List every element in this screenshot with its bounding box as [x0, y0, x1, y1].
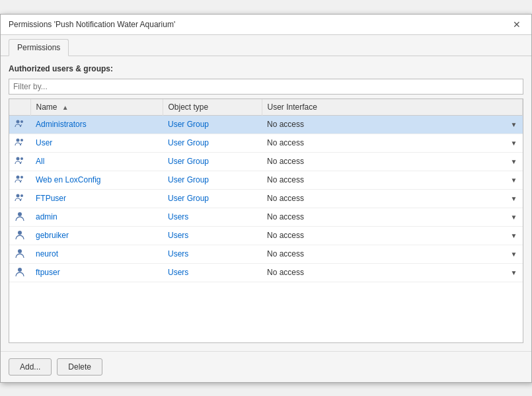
row-name: FTPuser: [36, 194, 66, 203]
svg-point-7: [20, 176, 23, 178]
row-name: ftpuser: [36, 268, 60, 277]
row-type: User Group: [168, 175, 209, 184]
row-type-cell: Users: [163, 208, 262, 226]
row-type: User Group: [168, 157, 209, 166]
tab-permissions[interactable]: Permissions: [9, 39, 69, 56]
sort-arrow-name: ▲: [62, 104, 69, 111]
add-button[interactable]: Add...: [9, 358, 52, 376]
col-user-interface: User Interface: [262, 99, 523, 116]
row-access-cell[interactable]: No access ▼: [262, 189, 523, 208]
row-access-cell[interactable]: No access ▼: [262, 208, 523, 226]
row-type-cell: User Group: [163, 152, 262, 171]
access-dropdown-arrow[interactable]: ▼: [511, 214, 517, 221]
row-name-cell: Administrators: [30, 115, 163, 134]
permissions-table-container: Name ▲ Object type User Interface: [9, 99, 523, 343]
table-row[interactable]: FTPuser User Group No access ▼: [9, 189, 523, 208]
row-access-cell[interactable]: No access ▼: [262, 171, 523, 189]
row-access-value: No access: [267, 157, 304, 166]
svg-point-12: [18, 249, 22, 253]
table-row[interactable]: Web en LoxConfig User Group No access ▼: [9, 171, 523, 189]
row-name-cell: FTPuser: [30, 189, 163, 208]
row-name-cell: User: [30, 134, 163, 152]
row-icon-cell: [9, 208, 30, 226]
group-icon: [15, 196, 25, 205]
filter-input[interactable]: [9, 79, 523, 95]
row-access-cell[interactable]: No access ▼: [262, 152, 523, 171]
user-icon: [15, 214, 25, 223]
row-access-cell[interactable]: No access ▼: [262, 134, 523, 152]
tab-bar: Permissions: [1, 35, 531, 56]
row-icon-cell: [9, 152, 30, 171]
content-area: Authorized users & groups: Name ▲ Object…: [1, 56, 531, 351]
access-dropdown-arrow[interactable]: ▼: [511, 269, 517, 276]
title-bar: Permissions 'Push Notification Water Aqu…: [1, 15, 531, 35]
row-name-cell: Web en LoxConfig: [30, 171, 163, 189]
row-access-value: No access: [267, 212, 304, 221]
svg-point-5: [20, 157, 23, 160]
table-row[interactable]: All User Group No access ▼: [9, 152, 523, 171]
delete-button[interactable]: Delete: [57, 358, 102, 376]
row-access-value: No access: [267, 268, 304, 277]
group-icon: [15, 177, 25, 186]
row-name-cell: admin: [30, 208, 163, 226]
close-button[interactable]: ✕: [510, 20, 523, 29]
row-access-cell[interactable]: No access ▼: [262, 245, 523, 263]
table-row[interactable]: gebruiker Users No access ▼: [9, 226, 523, 245]
table-row[interactable]: Administrators User Group No access ▼: [9, 115, 523, 134]
access-dropdown-arrow[interactable]: ▼: [511, 195, 517, 202]
table-body: Administrators User Group No access ▼ Us…: [9, 115, 523, 282]
row-type: Users: [168, 249, 188, 258]
row-icon-cell: [9, 263, 30, 282]
svg-point-11: [18, 231, 22, 235]
row-access-value: No access: [267, 249, 304, 258]
row-access-cell[interactable]: No access ▼: [262, 226, 523, 245]
row-type-cell: User Group: [163, 134, 262, 152]
group-icon: [15, 140, 25, 149]
row-icon-cell: [9, 171, 30, 189]
row-name-cell: neurot: [30, 245, 163, 263]
permissions-table: Name ▲ Object type User Interface: [9, 99, 523, 282]
row-name-cell: ftpuser: [30, 263, 163, 282]
table-row[interactable]: neurot Users No access ▼: [9, 245, 523, 263]
access-dropdown-arrow[interactable]: ▼: [511, 232, 517, 239]
svg-point-8: [17, 194, 20, 197]
access-dropdown-arrow[interactable]: ▼: [511, 158, 517, 165]
row-type: Users: [168, 231, 188, 240]
access-dropdown-arrow[interactable]: ▼: [511, 251, 517, 258]
row-name-cell: All: [30, 152, 163, 171]
col-icon: [9, 99, 30, 116]
group-icon: [15, 159, 25, 168]
row-name: neurot: [36, 249, 58, 258]
svg-point-9: [20, 194, 23, 197]
svg-point-2: [17, 138, 20, 141]
row-type-cell: User Group: [163, 171, 262, 189]
row-access-value: No access: [267, 231, 304, 240]
row-access-cell[interactable]: No access ▼: [262, 263, 523, 282]
row-name-cell: gebruiker: [30, 226, 163, 245]
row-type: Users: [168, 268, 188, 277]
access-dropdown-arrow[interactable]: ▼: [511, 139, 517, 147]
permissions-window: Permissions 'Push Notification Water Aqu…: [0, 14, 532, 383]
user-icon: [15, 270, 25, 279]
table-row[interactable]: User User Group No access ▼: [9, 134, 523, 152]
footer: Add... Delete: [1, 351, 531, 382]
row-icon-cell: [9, 189, 30, 208]
table-header-row: Name ▲ Object type User Interface: [9, 99, 523, 116]
access-dropdown-arrow[interactable]: ▼: [511, 121, 517, 128]
user-icon: [15, 233, 25, 242]
svg-point-6: [17, 175, 20, 178]
window-title: Permissions 'Push Notification Water Aqu…: [9, 20, 175, 29]
row-access-cell[interactable]: No access ▼: [262, 115, 523, 134]
svg-point-3: [20, 139, 23, 141]
col-name[interactable]: Name ▲: [30, 99, 163, 116]
svg-point-1: [20, 120, 23, 123]
table-row[interactable]: admin Users No access ▼: [9, 208, 523, 226]
row-type-cell: Users: [163, 263, 262, 282]
row-type-cell: Users: [163, 245, 262, 263]
table-row[interactable]: ftpuser Users No access ▼: [9, 263, 523, 282]
row-name: All: [36, 157, 44, 166]
user-icon: [15, 251, 25, 260]
access-dropdown-arrow[interactable]: ▼: [511, 177, 517, 184]
row-type-cell: User Group: [163, 115, 262, 134]
row-name: gebruiker: [36, 231, 69, 240]
